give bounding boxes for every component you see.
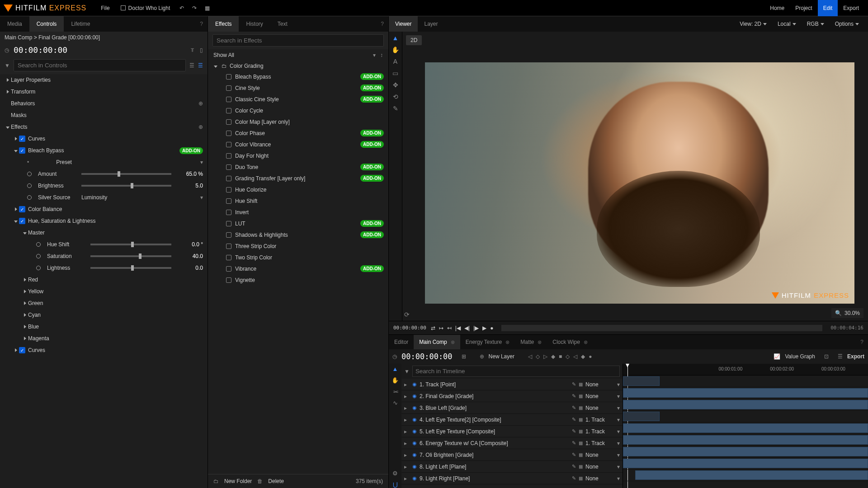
effect-item[interactable]: Hue Colorize <box>208 184 388 195</box>
mask-tool-icon[interactable]: ▭ <box>392 70 398 77</box>
effect-item[interactable]: Bleach BypassADD-ON <box>208 71 388 82</box>
new-layer-button[interactable]: New Layer <box>489 353 514 360</box>
track-row[interactable]: ▸◉4. Left Eye Texture[2] [Composite]✎▦1.… <box>401 414 623 426</box>
slider-lightness[interactable] <box>90 267 171 269</box>
addon-badge[interactable]: ADD-ON <box>360 73 384 80</box>
tl-hand-icon[interactable]: ✋ <box>392 377 399 384</box>
tl-magnet-icon[interactable]: ⋃ <box>393 481 398 488</box>
grid-icon[interactable]: ▦ <box>201 5 213 11</box>
tab-media[interactable]: Media <box>0 16 29 32</box>
expand-icon[interactable]: ▸ <box>404 393 410 399</box>
section-transform[interactable]: Transform <box>11 89 35 95</box>
rotate-tool-icon[interactable]: ⟲ <box>393 93 398 100</box>
expand-icon[interactable]: ▸ <box>404 464 410 470</box>
tl-filter-icon[interactable]: ▼ <box>404 368 410 375</box>
visibility-icon[interactable]: ◉ <box>412 464 417 469</box>
track-row[interactable]: ▸◉7. Oli Brighten [Grade]✎▦None▾ <box>401 449 623 461</box>
keyframe-amount-icon[interactable] <box>27 172 32 176</box>
addon-badge[interactable]: ADD-ON <box>360 141 384 148</box>
blend-dropdown-icon[interactable]: ▾ <box>617 428 620 435</box>
hsl-magenta[interactable]: Magenta <box>28 335 49 342</box>
delete-button[interactable]: Delete <box>268 478 284 484</box>
track-row[interactable]: ▸◉8. Light Left [Plane]✎▦None▾ <box>401 461 623 473</box>
menu-file[interactable]: File <box>95 0 115 16</box>
value-saturation[interactable]: 40.0 <box>176 253 203 259</box>
value-lightness[interactable]: 0.0 <box>176 265 203 271</box>
refresh-icon[interactable]: ⟳ <box>404 311 410 318</box>
effect-item[interactable]: Color Cycle <box>208 105 388 116</box>
go-start-icon[interactable]: |◀ <box>455 325 461 331</box>
blend-mode[interactable]: None <box>585 464 617 470</box>
kf-prev-icon[interactable]: ◁ <box>528 353 532 360</box>
grid-icon[interactable]: ▦ <box>579 441 583 446</box>
local-dropdown[interactable]: Local <box>773 19 801 29</box>
addon-badge[interactable]: ADD-ON <box>360 265 384 272</box>
snap-icon[interactable]: ⊞ <box>462 353 466 360</box>
timeline-tab[interactable]: Matte⊗ <box>515 335 547 349</box>
scrub-bar[interactable] <box>501 325 822 331</box>
tab-layer[interactable]: Layer <box>418 16 444 32</box>
track-row[interactable]: ▸◉5. Left Eye Texture [Composite]✎▦1. Tr… <box>401 426 623 437</box>
effect-item[interactable]: Shadows & HighlightsADD-ON <box>208 229 388 240</box>
blend-dropdown-icon[interactable]: ▾ <box>617 405 620 411</box>
effects-category[interactable]: Color Grading <box>230 63 264 69</box>
clip[interactable] <box>623 435 868 445</box>
search-controls-input[interactable] <box>14 59 186 71</box>
detail-view-icon[interactable]: ☰ <box>198 62 203 69</box>
panel-icon[interactable]: ▯ <box>200 47 203 53</box>
blend-mode[interactable]: None <box>585 405 617 411</box>
fit-icon[interactable]: ⊡ <box>824 353 829 360</box>
clip[interactable] <box>623 400 868 409</box>
sort-icon[interactable]: ↕ <box>380 52 383 58</box>
section-layer-properties[interactable]: Layer Properties <box>11 77 51 83</box>
timeline-lane[interactable] <box>623 458 868 469</box>
value-hue-shift[interactable]: 0.0 ° <box>176 241 203 248</box>
clip[interactable] <box>623 447 868 456</box>
effect-color-balance[interactable]: Color Balance <box>28 206 62 212</box>
visibility-icon[interactable]: ◉ <box>412 417 417 422</box>
edit-icon[interactable]: ✎ <box>572 417 576 422</box>
effect-item[interactable]: Color PhaseADD-ON <box>208 127 388 139</box>
timeline-lane[interactable] <box>623 434 868 446</box>
effect-item[interactable]: Two Strip Color <box>208 252 388 263</box>
expand-icon[interactable]: ▸ <box>404 475 410 482</box>
kf-add-icon[interactable]: ◇ <box>536 353 540 360</box>
hsl-master[interactable]: Master <box>28 230 45 236</box>
add-behavior-icon[interactable]: ⊕ <box>198 100 203 107</box>
edit-icon[interactable]: ✎ <box>572 428 576 434</box>
tab-viewer[interactable]: Viewer <box>389 16 418 32</box>
effect-item[interactable]: Duo ToneADD-ON <box>208 161 388 173</box>
blend-dropdown-icon[interactable]: ▾ <box>617 393 620 399</box>
hand-tool-icon[interactable]: ✋ <box>392 46 399 53</box>
grid-icon[interactable]: ▦ <box>579 452 583 457</box>
section-behaviors[interactable]: Behaviors <box>11 100 35 107</box>
close-icon[interactable]: ⊗ <box>505 339 509 345</box>
step-back-icon[interactable]: ◀| <box>464 325 470 331</box>
close-icon[interactable]: ⊗ <box>538 339 542 345</box>
blend-dropdown-icon[interactable]: ▾ <box>617 452 620 458</box>
menu-home[interactable]: Home <box>764 0 790 16</box>
timeline-lane[interactable] <box>623 469 868 481</box>
tab-effects[interactable]: Effects <box>208 16 239 32</box>
visibility-icon[interactable]: ◉ <box>412 440 417 446</box>
play-icon[interactable]: ▶ <box>482 325 486 331</box>
menu-project[interactable]: Project <box>790 0 817 16</box>
visibility-icon[interactable]: ◉ <box>412 393 417 399</box>
visibility-icon[interactable]: ◉ <box>412 475 417 481</box>
loop-icon[interactable]: ⇄ <box>431 325 435 331</box>
new-folder-button[interactable]: New Folder <box>224 478 252 484</box>
showall-caret-icon[interactable]: ▾ <box>373 52 376 58</box>
search-effects-input[interactable] <box>212 34 384 47</box>
grid-icon[interactable]: ▦ <box>579 464 583 469</box>
step-fwd-icon[interactable]: |▶ <box>473 325 479 331</box>
kf-diamond-icon[interactable]: ◆ <box>551 353 555 360</box>
undo-icon[interactable]: ↶ <box>175 5 188 11</box>
playhead-icon[interactable]: ◷ <box>392 353 397 360</box>
keyframe-light-icon[interactable] <box>36 266 41 270</box>
clip[interactable] <box>623 388 868 398</box>
tab-controls[interactable]: Controls <box>29 16 64 32</box>
timeline-tab[interactable]: Editor <box>389 335 414 349</box>
menu-edit[interactable]: Edit <box>818 0 838 16</box>
slider-amount[interactable] <box>81 173 171 175</box>
pointer-tool-icon[interactable]: ▲ <box>392 34 399 42</box>
